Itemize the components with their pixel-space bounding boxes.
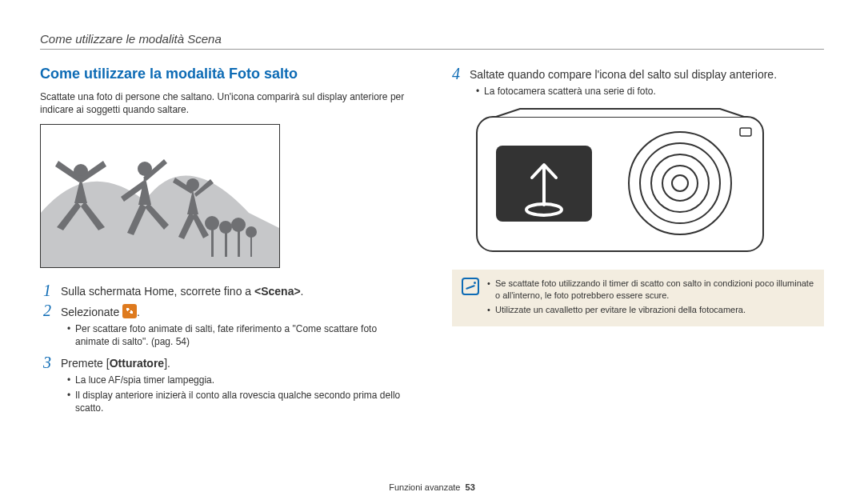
step-text: Premete [Otturatore]. — [61, 354, 170, 370]
note-box: Se scattate foto utilizzando il timer di… — [452, 270, 824, 326]
page-header-title: Come utilizzare le modalità Scena — [40, 32, 824, 46]
step-text: Sulla schermata Home, scorrete fino a <S… — [61, 282, 304, 298]
step-number: 3 — [43, 354, 54, 370]
step-text-part: . — [301, 285, 304, 298]
jump-mode-icon — [122, 304, 137, 318]
left-column: Come utilizzare la modalità Foto salto S… — [40, 66, 412, 421]
steps-list-left: 1 Sulla schermata Home, scorrete fino a … — [43, 282, 412, 414]
note-icon — [462, 278, 479, 295]
example-photo-jumping — [40, 124, 280, 268]
svg-rect-1 — [211, 229, 214, 257]
step-2-bullets: Per scattare foto animate di salti, fate… — [67, 322, 412, 348]
note-bullets: Se scattate foto utilizzando il timer di… — [487, 278, 814, 318]
svg-point-2 — [205, 216, 219, 230]
step-text-part: Selezionate — [61, 306, 122, 318]
page-number: 53 — [466, 482, 475, 492]
step-4-bullets: La fotocamera scatterà una serie di foto… — [476, 85, 824, 98]
two-column-layout: Come utilizzare la modalità Foto salto S… — [40, 66, 824, 421]
step-number: 1 — [43, 282, 54, 298]
svg-point-8 — [246, 226, 257, 238]
jumping-people-illustration — [41, 125, 280, 268]
step-text: Selezionate . — [61, 302, 140, 319]
camera-illustration — [472, 107, 768, 255]
step-text-part: ]. — [164, 357, 170, 370]
step-text-part: Sulla schermata Home, scorrete fino a — [61, 285, 254, 298]
step-3-bullets: La luce AF/spia timer lampeggia. Il disp… — [67, 374, 412, 414]
camera-svg — [472, 107, 768, 255]
step-number: 2 — [43, 302, 54, 318]
page-footer: Funzioni avanzate 53 — [0, 482, 864, 492]
document-page: Come utilizzare le modalità Scena Come u… — [0, 0, 864, 421]
header-rule — [40, 49, 824, 50]
svg-rect-5 — [238, 230, 240, 257]
step-text-bold: <Scena> — [254, 285, 301, 298]
step-text-bold: Otturatore — [110, 357, 164, 370]
note-item: Utilizzate un cavalletto per evitare le … — [487, 304, 814, 316]
bullet-item: Per scattare foto animate di salti, fate… — [67, 322, 412, 348]
note-item: Se scattate foto utilizzando il timer di… — [487, 278, 814, 302]
step-4: 4 Saltate quando compare l'icona del sal… — [452, 66, 824, 82]
footer-label: Funzioni avanzate — [389, 482, 460, 492]
svg-point-6 — [231, 218, 246, 232]
step-3: 3 Premete [Otturatore]. — [43, 354, 412, 370]
bullet-item: Il display anteriore inizierà il conto a… — [67, 389, 412, 414]
step-2: 2 Selezionate . — [43, 302, 412, 319]
svg-point-4 — [219, 221, 232, 234]
svg-point-20 — [672, 175, 688, 191]
bullet-item: La luce AF/spia timer lampeggia. — [67, 374, 412, 386]
bullet-item: La fotocamera scatterà una serie di foto… — [476, 85, 824, 98]
step-text-part: . — [137, 306, 140, 318]
right-column: 4 Saltate quando compare l'icona del sal… — [452, 66, 824, 421]
svg-rect-21 — [740, 128, 751, 136]
intro-paragraph: Scattate una foto di persone che saltano… — [40, 90, 412, 116]
step-1: 1 Sulla schermata Home, scorrete fino a … — [43, 282, 412, 298]
step-text-part: Premete [ — [61, 357, 110, 370]
step-number: 4 — [452, 66, 463, 82]
svg-rect-7 — [250, 237, 252, 257]
step-text: Saltate quando compare l'icona del salto… — [470, 66, 777, 82]
section-heading: Come utilizzare la modalità Foto salto — [40, 66, 412, 82]
svg-rect-3 — [225, 233, 227, 257]
